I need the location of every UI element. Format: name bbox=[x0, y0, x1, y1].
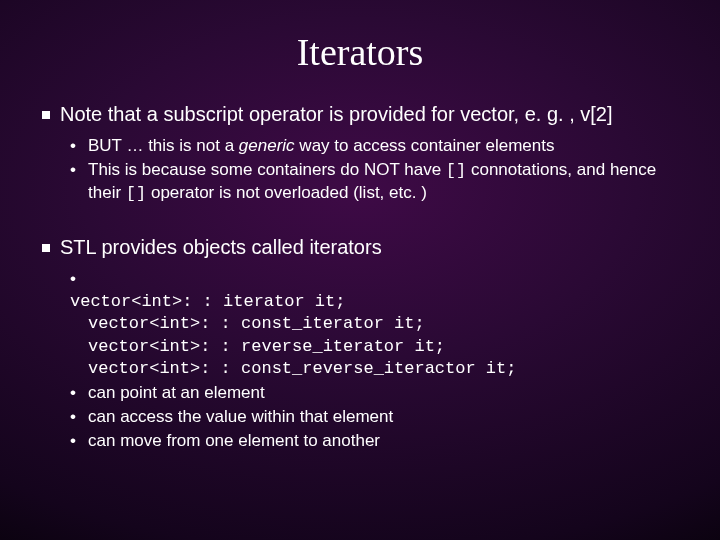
sub-bullet: •BUT … this is not a generic way to acce… bbox=[70, 135, 678, 157]
slide: Iterators Note that a subscript operator… bbox=[0, 0, 720, 540]
dot-bullet-icon: • bbox=[70, 135, 88, 157]
dot-bullet-icon: • bbox=[70, 382, 88, 404]
code-text: [] bbox=[126, 184, 146, 203]
dot-bullet-icon: • bbox=[70, 406, 88, 428]
slide-content: Note that a subscript operator is provid… bbox=[0, 102, 720, 452]
bullet-text: STL provides objects called iterators bbox=[60, 236, 382, 258]
dot-bullet-icon: • bbox=[70, 430, 88, 452]
text: This is because some containers do NOT h… bbox=[88, 160, 446, 179]
text: way to access container elements bbox=[295, 136, 555, 155]
text: BUT … this is not a bbox=[88, 136, 239, 155]
sub-bullet: •This is because some containers do NOT … bbox=[70, 159, 678, 205]
square-bullet-icon bbox=[42, 244, 50, 252]
code-block: vector<int>: : iterator it; vector<int>:… bbox=[88, 291, 678, 379]
code-line: vector<int>: : const_reverse_iteractor i… bbox=[88, 358, 678, 380]
sub-bullet-list: •BUT … this is not a generic way to acce… bbox=[70, 135, 678, 205]
code-line: vector<int>: : const_iterator it; bbox=[88, 313, 678, 335]
bullet-level1: Note that a subscript operator is provid… bbox=[42, 102, 678, 127]
sub-bullet-list: • vector<int>: : iterator it; vector<int… bbox=[70, 268, 678, 452]
dot-bullet-icon: • bbox=[70, 268, 88, 290]
slide-title: Iterators bbox=[0, 0, 720, 74]
square-bullet-icon bbox=[42, 111, 50, 119]
text: can move from one element to another bbox=[88, 431, 380, 450]
bullet-level1: STL provides objects called iterators bbox=[42, 235, 678, 260]
bullet-text: Note that a subscript operator is provid… bbox=[60, 103, 613, 125]
dot-bullet-icon: • bbox=[70, 159, 88, 181]
code-line: vector<int>: : reverse_iterator it; bbox=[88, 336, 678, 358]
text: operator is not overloaded (list, etc. ) bbox=[146, 183, 427, 202]
code-line: vector<int>: : iterator it; bbox=[88, 291, 678, 313]
emphasis-text: generic bbox=[239, 136, 295, 155]
sub-bullet: •can move from one element to another bbox=[70, 430, 678, 452]
code-text: [] bbox=[446, 161, 466, 180]
sub-bullet: •can access the value within that elemen… bbox=[70, 406, 678, 428]
text: can point at an element bbox=[88, 383, 265, 402]
text: can access the value within that element bbox=[88, 407, 393, 426]
spacer bbox=[42, 221, 678, 235]
sub-bullet: •can point at an element bbox=[70, 382, 678, 404]
sub-bullet: • vector<int>: : iterator it; vector<int… bbox=[70, 268, 678, 379]
